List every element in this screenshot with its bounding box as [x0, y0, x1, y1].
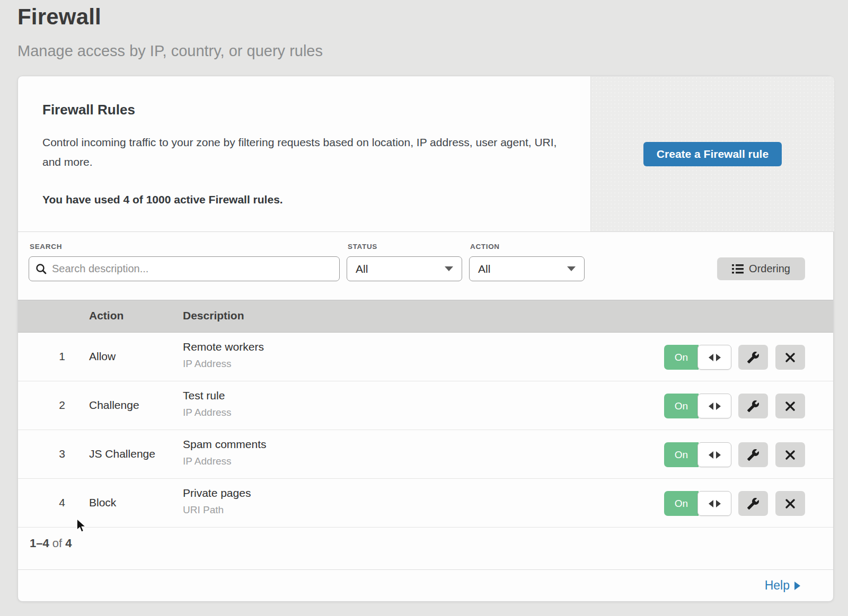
overview-text: Firewall Rules Control incoming traffic …: [42, 102, 559, 206]
usage-summary: You have used 4 of 1000 active Firewall …: [42, 193, 559, 206]
table-header: Action Description: [18, 300, 833, 333]
rules-table-body: 1 Allow Remote workers IP Address On: [18, 333, 833, 528]
rule-description: Private pages: [183, 487, 251, 499]
column-header-description: Description: [183, 309, 244, 322]
table-row: 4 Block Private pages URI Path On: [18, 479, 833, 528]
wrench-icon: [747, 449, 759, 461]
close-icon: [785, 401, 796, 412]
triangle-left-icon: [709, 451, 713, 459]
pagination-total: 4: [65, 537, 72, 550]
help-link[interactable]: Help: [765, 578, 800, 593]
action-select[interactable]: All: [469, 256, 585, 281]
filter-bar: SEARCH STATUS All ACTION All: [18, 232, 833, 300]
status-label: STATUS: [348, 243, 377, 251]
rule-priority: 3: [54, 448, 70, 460]
rule-edit-button[interactable]: [738, 394, 768, 418]
triangle-left-icon: [709, 403, 713, 410]
triangle-left-icon: [709, 500, 713, 507]
ordering-button[interactable]: Ordering: [717, 257, 805, 280]
toggle-label: On: [675, 449, 688, 461]
column-header-action: Action: [89, 309, 123, 322]
rule-delete-button[interactable]: [775, 442, 805, 467]
wrench-icon: [747, 400, 759, 413]
rule-enabled-toggle[interactable]: On: [664, 491, 699, 516]
rule-enabled-toggle[interactable]: On: [664, 345, 699, 370]
status-select[interactable]: All: [347, 256, 462, 281]
status-select-value: All: [356, 263, 368, 275]
pagination-summary: 1–4 of 4: [30, 537, 72, 550]
rule-description: Remote workers: [183, 341, 264, 353]
action-select-value: All: [478, 263, 490, 275]
page-title: Firewall: [17, 4, 101, 30]
rule-match-type: IP Address: [183, 456, 232, 467]
search-box[interactable]: [29, 256, 340, 281]
toggle-label: On: [675, 498, 688, 510]
wrench-icon: [747, 351, 759, 364]
rule-enabled-toggle[interactable]: On: [664, 394, 699, 418]
rule-action: Allow: [89, 350, 116, 363]
search-label: SEARCH: [30, 243, 62, 251]
toggle-label: On: [675, 400, 688, 412]
triangle-right-icon: [716, 403, 721, 410]
close-icon: [785, 352, 796, 363]
page-subtitle: Manage access by IP, country, or query r…: [17, 42, 323, 60]
triangle-right-icon: [716, 451, 721, 459]
rule-edit-button[interactable]: [738, 491, 768, 516]
rule-priority: 2: [54, 399, 70, 412]
pagination-of: of: [52, 537, 62, 550]
rule-action: Block: [89, 496, 116, 509]
triangle-right-icon: [794, 582, 800, 590]
triangle-right-icon: [716, 354, 721, 361]
rule-match-type: URI Path: [183, 504, 224, 516]
action-label: ACTION: [470, 243, 500, 251]
rule-delete-button[interactable]: [775, 394, 805, 418]
overview-section: Firewall Rules Control incoming traffic …: [18, 76, 833, 232]
section-description: Control incoming traffic to your zone by…: [42, 133, 559, 172]
help-link-label: Help: [765, 578, 790, 593]
toggle-label: On: [675, 352, 688, 363]
firewall-rules-card: Firewall Rules Control incoming traffic …: [17, 76, 834, 602]
rule-expand-button[interactable]: [697, 442, 731, 467]
rule-expand-button[interactable]: [697, 345, 731, 370]
rule-delete-button[interactable]: [775, 491, 805, 516]
triangle-right-icon: [716, 500, 721, 507]
create-rule-panel: Create a Firewall rule: [590, 76, 834, 231]
search-icon: [36, 263, 47, 275]
chevron-down-icon: [567, 266, 576, 271]
create-firewall-rule-button[interactable]: Create a Firewall rule: [643, 142, 782, 166]
table-row: 2 Challenge Test rule IP Address On: [18, 381, 833, 430]
footer-divider: [18, 569, 833, 570]
rule-description: Test rule: [183, 389, 225, 402]
rule-edit-button[interactable]: [738, 345, 768, 370]
triangle-left-icon: [709, 354, 713, 361]
rule-delete-button[interactable]: [775, 345, 805, 370]
ordering-button-label: Ordering: [749, 263, 790, 275]
rule-expand-button[interactable]: [697, 394, 731, 418]
table-row: 3 JS Challenge Spam comments IP Address …: [18, 430, 833, 479]
ordered-list-icon: [732, 264, 744, 274]
rule-action: JS Challenge: [89, 448, 155, 460]
rule-priority: 1: [54, 350, 70, 363]
rule-enabled-toggle[interactable]: On: [664, 442, 699, 467]
chevron-down-icon: [445, 266, 453, 271]
section-heading: Firewall Rules: [42, 102, 559, 118]
pagination-range: 1–4: [30, 537, 49, 550]
rule-expand-button[interactable]: [697, 491, 731, 516]
close-icon: [785, 450, 796, 460]
search-input[interactable]: [52, 263, 333, 275]
rule-edit-button[interactable]: [738, 442, 768, 467]
rule-match-type: IP Address: [183, 407, 232, 418]
wrench-icon: [747, 497, 759, 510]
rule-description: Spam comments: [183, 438, 267, 451]
table-row: 1 Allow Remote workers IP Address On: [18, 333, 833, 381]
rule-priority: 4: [54, 496, 70, 509]
close-icon: [785, 498, 796, 509]
rule-action: Challenge: [89, 399, 139, 412]
rule-match-type: IP Address: [183, 358, 232, 370]
